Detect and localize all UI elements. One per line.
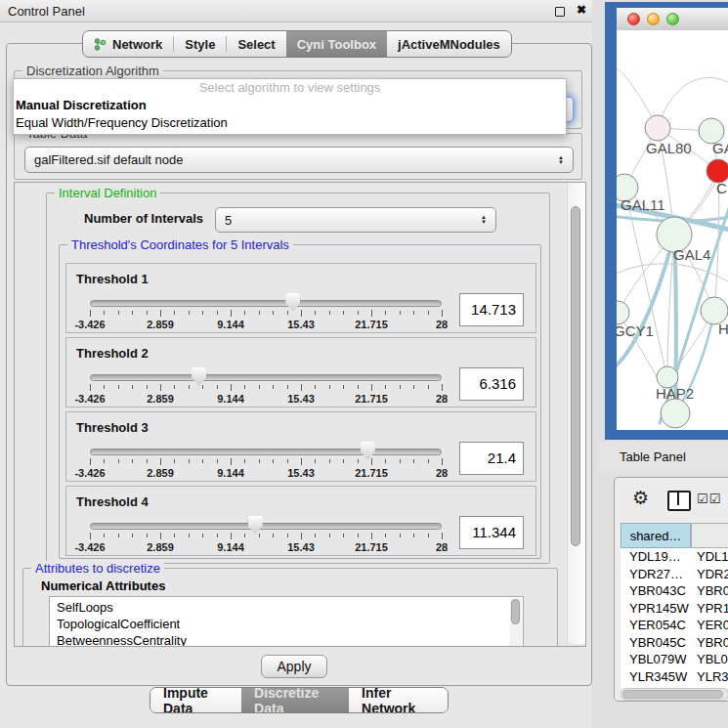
slider-tick-label: -3.426 — [63, 393, 117, 405]
split-columns-icon[interactable] — [667, 491, 691, 511]
cell-name: YDL1 — [691, 549, 728, 564]
threshold-value-field[interactable]: 14.713 — [459, 293, 524, 326]
threshold-value-field[interactable]: 11.344 — [459, 516, 524, 549]
slider-tick — [244, 311, 245, 315]
attribute-item-betweennesscentrality[interactable]: BetweennessCentrality — [50, 632, 523, 647]
network-node-gal80[interactable] — [645, 115, 670, 141]
tab-label: Discretize Data — [254, 687, 336, 713]
slider-tick — [160, 310, 161, 317]
slider-tick — [244, 534, 245, 537]
tab-label: Style — [185, 37, 215, 52]
table-row[interactable]: YBR045CYBR0 — [621, 634, 728, 652]
slider-tick-label: 2.859 — [133, 467, 188, 479]
list-scrollbar-thumb[interactable] — [511, 599, 520, 624]
network-canvas[interactable]: GAL80GACGAL11GAL4GCY1HHAP2 — [617, 30, 728, 430]
slider-tick — [343, 311, 344, 315]
slider-tick — [385, 311, 386, 315]
column-header-shared-name[interactable]: shared… — [621, 523, 691, 548]
split-icon-divider — [677, 492, 679, 505]
slider-tick — [244, 385, 245, 389]
node-label: C — [716, 180, 727, 196]
slider-tick-label: 2.859 — [133, 393, 188, 405]
slider-track[interactable] — [90, 300, 442, 307]
tab-select[interactable]: Select — [227, 31, 285, 57]
table-row[interactable]: YDR27…YDR2 — [621, 566, 728, 583]
float-window-icon[interactable] — [555, 7, 565, 17]
threshold-row-1: Threshold 1-3.4262.8599.14415.4321.71528… — [65, 263, 536, 333]
slider-tick — [118, 385, 119, 389]
interval-definition-group: Interval Definition Number of Intervals … — [46, 193, 550, 564]
threshold-row-2: Threshold 2-3.4262.8599.14415.4321.71528… — [65, 337, 536, 407]
slider-tick — [329, 385, 330, 389]
dropdown-prompt: Select algorithm to view settings — [14, 79, 566, 97]
slider-track[interactable] — [90, 449, 442, 455]
num-intervals-label: Number of Intervals — [84, 211, 203, 226]
dropdown-option-equal-width-frequency[interactable]: Equal Width/Frequency Discretization — [14, 114, 566, 132]
slider-tick-label: -3.426 — [63, 541, 117, 553]
table-row[interactable]: YBL079WYBL0 — [621, 651, 728, 668]
table-row[interactable]: YPR145WYPR1 — [621, 600, 728, 618]
tab-jactivemnodules[interactable]: jActiveMNodules — [387, 31, 511, 57]
slider-tick — [329, 534, 330, 537]
control-panel-titlebar: Control Panel ✖ — [0, 0, 598, 22]
tab-infer-network[interactable]: Infer Network — [349, 688, 448, 712]
network-node[interactable] — [661, 399, 690, 428]
table-row[interactable]: YLR345WYLR3 — [621, 668, 728, 686]
slider-tick — [259, 459, 260, 463]
table-data-combobox[interactable]: galFiltered.sif default node ▲▼ — [24, 147, 574, 173]
slider-tick — [413, 459, 414, 463]
minimize-window-button[interactable] — [647, 13, 660, 25]
close-window-button[interactable] — [627, 13, 640, 25]
attribute-item-selfloops[interactable]: SelfLoops — [50, 599, 523, 616]
network-node-gcy1[interactable] — [617, 301, 629, 324]
tab-network[interactable]: Network — [83, 31, 173, 57]
tab-label: Impute Data — [163, 687, 229, 713]
table-hscrollbar-thumb[interactable] — [622, 690, 723, 699]
slider-thumb[interactable] — [248, 516, 263, 535]
slider-tick — [287, 459, 288, 463]
slider-tick — [231, 458, 232, 465]
slider-thumb[interactable] — [192, 367, 206, 386]
attribute-items: SelfLoopsTopologicalCoefficientBetweenne… — [50, 597, 523, 647]
slider-tick-label: 15.43 — [274, 393, 328, 405]
cell-shared-name: YDR27… — [621, 567, 691, 581]
slider-tick — [400, 385, 401, 389]
tab-label: Cyni Toolbox — [297, 37, 376, 52]
cell-name: YER0 — [691, 618, 728, 632]
slider-thumb[interactable] — [285, 293, 300, 312]
table-row[interactable]: YER054CYER0 — [621, 617, 728, 634]
zoom-window-button[interactable] — [666, 13, 679, 25]
tab-label: jActiveMNodules — [398, 37, 500, 52]
network-window-titlebar[interactable] — [617, 8, 728, 31]
list-scrollbar[interactable] — [510, 598, 522, 647]
threshold-label: Threshold 2 — [76, 346, 149, 361]
cell-name: YBL0 — [691, 652, 728, 666]
table-hscrollbar[interactable] — [621, 688, 728, 701]
panel-scrollbar-thumb[interactable] — [571, 206, 580, 546]
slider-tick — [329, 459, 330, 463]
num-intervals-combobox[interactable]: 5 ▲▼ — [215, 207, 496, 233]
table-data-combobox-value: galFiltered.sif default node — [34, 152, 183, 167]
gear-icon[interactable]: ⚙ — [632, 487, 649, 509]
table-row[interactable]: YDL19…YDL1 — [621, 548, 728, 566]
tab-discretize-data[interactable]: Discretize Data — [241, 688, 349, 712]
dropdown-option-manual-discretization[interactable]: Manual Discretization — [14, 97, 566, 114]
attribute-item-topologicalcoefficient[interactable]: TopologicalCoefficient — [50, 616, 523, 632]
column-header-name[interactable]: na — [691, 523, 728, 548]
tab-cyni-toolbox[interactable]: Cyni Toolbox — [286, 31, 387, 57]
cell-shared-name: YDL19… — [621, 549, 691, 564]
slider-thumb[interactable] — [361, 442, 375, 460]
slider-track[interactable] — [90, 523, 442, 530]
threshold-value-field[interactable]: 6.316 — [459, 367, 524, 401]
panel-scrollbar[interactable] — [567, 183, 585, 644]
tab-impute-data[interactable]: Impute Data — [150, 688, 241, 712]
table-row[interactable]: YBR043CYBR0 — [621, 582, 728, 600]
slider-track[interactable] — [90, 374, 442, 381]
group-title-attributes: Attributes to discretize — [31, 561, 164, 576]
threshold-value-field[interactable]: 21.4 — [459, 442, 524, 475]
tab-style[interactable]: Style — [174, 31, 226, 57]
table-data-group: Table Data galFiltered.sif default node … — [14, 133, 582, 180]
select-columns-icon[interactable]: ☑☑ — [697, 492, 721, 506]
close-panel-icon[interactable]: ✖ — [577, 3, 586, 17]
apply-button[interactable]: Apply — [261, 655, 327, 678]
